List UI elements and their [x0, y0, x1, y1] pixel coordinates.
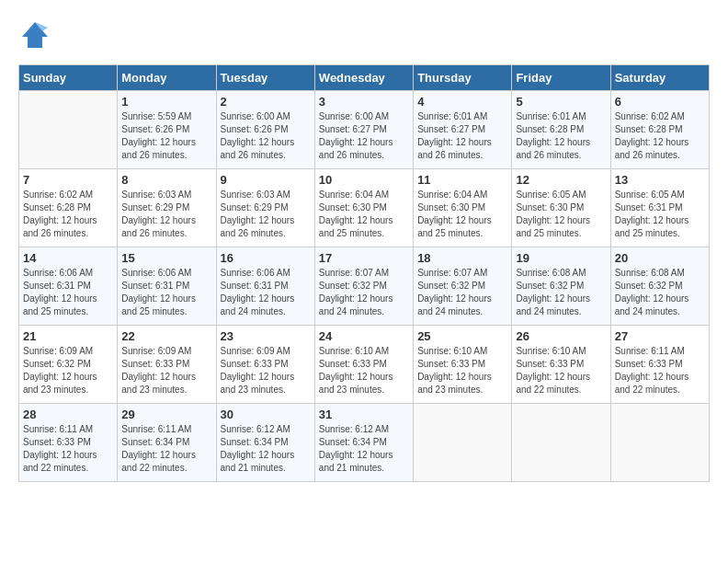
day-info: Sunrise: 6:04 AM Sunset: 6:30 PM Dayligh…	[417, 189, 507, 240]
calendar-cell: 17Sunrise: 6:07 AM Sunset: 6:32 PM Dayli…	[314, 247, 413, 326]
day-info: Sunrise: 6:11 AM Sunset: 6:33 PM Dayligh…	[615, 345, 705, 396]
day-number: 29	[121, 408, 211, 421]
calendar-cell: 2Sunrise: 6:00 AM Sunset: 6:26 PM Daylig…	[216, 91, 314, 169]
weekday-header-saturday: Saturday	[610, 65, 709, 91]
day-number: 12	[516, 173, 606, 187]
day-number: 8	[121, 173, 211, 187]
day-info: Sunrise: 6:10 AM Sunset: 6:33 PM Dayligh…	[319, 345, 409, 396]
page-header	[18, 18, 710, 55]
day-info: Sunrise: 6:09 AM Sunset: 6:33 PM Dayligh…	[221, 345, 311, 396]
calendar-cell: 10Sunrise: 6:04 AM Sunset: 6:30 PM Dayli…	[314, 169, 413, 247]
weekday-header-tuesday: Tuesday	[216, 65, 314, 91]
calendar-cell	[512, 404, 610, 482]
calendar-cell: 3Sunrise: 6:00 AM Sunset: 6:27 PM Daylig…	[314, 91, 413, 169]
calendar-cell: 12Sunrise: 6:05 AM Sunset: 6:30 PM Dayli…	[512, 169, 610, 247]
logo	[18, 18, 59, 55]
day-info: Sunrise: 6:06 AM Sunset: 6:31 PM Dayligh…	[221, 267, 311, 318]
day-number: 21	[23, 329, 113, 343]
day-number: 10	[319, 173, 409, 187]
day-number: 24	[319, 329, 409, 343]
day-number: 11	[417, 173, 507, 187]
calendar-cell	[414, 404, 512, 482]
weekday-header-thursday: Thursday	[414, 65, 512, 91]
calendar-cell: 23Sunrise: 6:09 AM Sunset: 6:33 PM Dayli…	[216, 326, 314, 404]
day-number: 13	[615, 173, 705, 187]
calendar-cell: 27Sunrise: 6:11 AM Sunset: 6:33 PM Dayli…	[610, 326, 709, 404]
day-number: 7	[23, 173, 113, 187]
day-number: 22	[121, 329, 211, 343]
day-info: Sunrise: 6:10 AM Sunset: 6:33 PM Dayligh…	[417, 345, 507, 396]
day-info: Sunrise: 6:12 AM Sunset: 6:34 PM Dayligh…	[221, 423, 311, 475]
calendar-cell: 24Sunrise: 6:10 AM Sunset: 6:33 PM Dayli…	[314, 326, 413, 404]
calendar-cell: 21Sunrise: 6:09 AM Sunset: 6:32 PM Dayli…	[19, 326, 118, 404]
day-info: Sunrise: 6:07 AM Sunset: 6:32 PM Dayligh…	[417, 267, 507, 318]
calendar-cell: 16Sunrise: 6:06 AM Sunset: 6:31 PM Dayli…	[216, 247, 314, 326]
calendar-cell: 9Sunrise: 6:03 AM Sunset: 6:29 PM Daylig…	[216, 169, 314, 247]
day-info: Sunrise: 6:10 AM Sunset: 6:33 PM Dayligh…	[516, 345, 606, 396]
weekday-header-sunday: Sunday	[19, 65, 118, 91]
calendar-cell: 20Sunrise: 6:08 AM Sunset: 6:32 PM Dayli…	[610, 247, 709, 326]
day-info: Sunrise: 6:06 AM Sunset: 6:31 PM Dayligh…	[121, 267, 211, 318]
day-number: 15	[121, 251, 211, 265]
day-info: Sunrise: 6:12 AM Sunset: 6:34 PM Dayligh…	[319, 423, 409, 475]
day-number: 28	[23, 408, 113, 421]
day-info: Sunrise: 6:01 AM Sunset: 6:27 PM Dayligh…	[417, 110, 507, 162]
day-info: Sunrise: 6:05 AM Sunset: 6:31 PM Dayligh…	[615, 189, 705, 240]
day-number: 30	[221, 408, 311, 421]
day-info: Sunrise: 6:03 AM Sunset: 6:29 PM Dayligh…	[221, 189, 311, 240]
calendar-cell: 13Sunrise: 6:05 AM Sunset: 6:31 PM Dayli…	[610, 169, 709, 247]
day-number: 16	[221, 251, 311, 265]
calendar-cell: 30Sunrise: 6:12 AM Sunset: 6:34 PM Dayli…	[216, 404, 314, 482]
day-number: 17	[319, 251, 409, 265]
day-info: Sunrise: 6:09 AM Sunset: 6:33 PM Dayligh…	[121, 345, 211, 396]
day-info: Sunrise: 5:59 AM Sunset: 6:26 PM Dayligh…	[121, 110, 211, 162]
calendar-cell: 28Sunrise: 6:11 AM Sunset: 6:33 PM Dayli…	[19, 404, 118, 482]
calendar-cell: 14Sunrise: 6:06 AM Sunset: 6:31 PM Dayli…	[19, 247, 118, 326]
day-info: Sunrise: 6:02 AM Sunset: 6:28 PM Dayligh…	[615, 110, 705, 162]
calendar-cell: 26Sunrise: 6:10 AM Sunset: 6:33 PM Dayli…	[512, 326, 610, 404]
calendar-cell: 8Sunrise: 6:03 AM Sunset: 6:29 PM Daylig…	[118, 169, 216, 247]
day-number: 31	[319, 408, 409, 421]
day-info: Sunrise: 6:06 AM Sunset: 6:31 PM Dayligh…	[23, 267, 113, 318]
day-info: Sunrise: 6:03 AM Sunset: 6:29 PM Dayligh…	[121, 189, 211, 240]
day-number: 3	[319, 95, 409, 109]
calendar-cell	[610, 404, 709, 482]
calendar-cell: 4Sunrise: 6:01 AM Sunset: 6:27 PM Daylig…	[414, 91, 512, 169]
day-number: 20	[615, 251, 705, 265]
calendar-cell: 25Sunrise: 6:10 AM Sunset: 6:33 PM Dayli…	[414, 326, 512, 404]
calendar-cell: 7Sunrise: 6:02 AM Sunset: 6:28 PM Daylig…	[19, 169, 118, 247]
day-info: Sunrise: 6:00 AM Sunset: 6:27 PM Dayligh…	[319, 110, 409, 162]
calendar-cell: 5Sunrise: 6:01 AM Sunset: 6:28 PM Daylig…	[512, 91, 610, 169]
day-number: 14	[23, 251, 113, 265]
day-number: 2	[221, 95, 311, 109]
day-number: 6	[615, 95, 705, 109]
day-number: 26	[516, 329, 606, 343]
calendar-table: SundayMondayTuesdayWednesdayThursdayFrid…	[18, 64, 710, 482]
calendar-cell: 11Sunrise: 6:04 AM Sunset: 6:30 PM Dayli…	[414, 169, 512, 247]
calendar-cell: 6Sunrise: 6:02 AM Sunset: 6:28 PM Daylig…	[610, 91, 709, 169]
day-number: 4	[417, 95, 507, 109]
day-number: 23	[221, 329, 311, 343]
day-info: Sunrise: 6:11 AM Sunset: 6:34 PM Dayligh…	[121, 423, 211, 475]
day-info: Sunrise: 6:02 AM Sunset: 6:28 PM Dayligh…	[23, 189, 113, 240]
calendar-cell: 19Sunrise: 6:08 AM Sunset: 6:32 PM Dayli…	[512, 247, 610, 326]
day-number: 18	[417, 251, 507, 265]
calendar-cell: 1Sunrise: 5:59 AM Sunset: 6:26 PM Daylig…	[118, 91, 216, 169]
day-info: Sunrise: 6:04 AM Sunset: 6:30 PM Dayligh…	[319, 189, 409, 240]
day-info: Sunrise: 6:00 AM Sunset: 6:26 PM Dayligh…	[221, 110, 311, 162]
day-info: Sunrise: 6:09 AM Sunset: 6:32 PM Dayligh…	[23, 345, 113, 396]
calendar-cell: 29Sunrise: 6:11 AM Sunset: 6:34 PM Dayli…	[118, 404, 216, 482]
day-number: 27	[615, 329, 705, 343]
weekday-header-friday: Friday	[512, 65, 610, 91]
calendar-cell: 15Sunrise: 6:06 AM Sunset: 6:31 PM Dayli…	[118, 247, 216, 326]
calendar-cell: 22Sunrise: 6:09 AM Sunset: 6:33 PM Dayli…	[118, 326, 216, 404]
day-info: Sunrise: 6:08 AM Sunset: 6:32 PM Dayligh…	[516, 267, 606, 318]
day-number: 25	[417, 329, 507, 343]
day-info: Sunrise: 6:01 AM Sunset: 6:28 PM Dayligh…	[516, 110, 606, 162]
day-info: Sunrise: 6:07 AM Sunset: 6:32 PM Dayligh…	[319, 267, 409, 318]
day-number: 19	[516, 251, 606, 265]
day-number: 5	[516, 95, 606, 109]
weekday-header-monday: Monday	[118, 65, 216, 91]
day-info: Sunrise: 6:08 AM Sunset: 6:32 PM Dayligh…	[615, 267, 705, 318]
weekday-header-wednesday: Wednesday	[314, 65, 413, 91]
